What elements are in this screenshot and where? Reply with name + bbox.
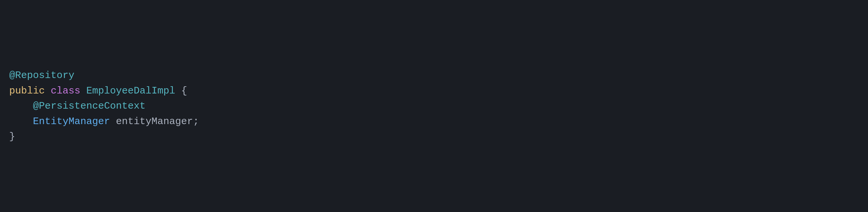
code-line-1: @Repository [9, 68, 859, 83]
indent [9, 116, 33, 127]
identifier-entity-manager: entityManager [116, 116, 193, 127]
type-entity-manager: EntityManager [33, 116, 110, 127]
brace-close: } [9, 131, 15, 142]
keyword-class: class [51, 85, 80, 96]
code-line-5: EntityManager entityManager; [9, 114, 859, 129]
semicolon: ; [193, 116, 199, 127]
code-line-2: public class EmployeeDalImpl { [9, 83, 859, 99]
code-editor-content[interactable]: @Repositorypublic class EmployeeDalImpl … [9, 68, 859, 145]
indent [9, 100, 33, 112]
class-name: EmployeeDalImpl [86, 85, 175, 96]
code-line-8: } [9, 129, 859, 145]
keyword-public: public [9, 85, 45, 96]
code-line-4: @PersistenceContext [9, 98, 859, 114]
annotation-repository: @Repository [9, 70, 74, 81]
annotation-persistence-context: @PersistenceContext [33, 100, 146, 112]
brace-open: { [181, 85, 187, 96]
